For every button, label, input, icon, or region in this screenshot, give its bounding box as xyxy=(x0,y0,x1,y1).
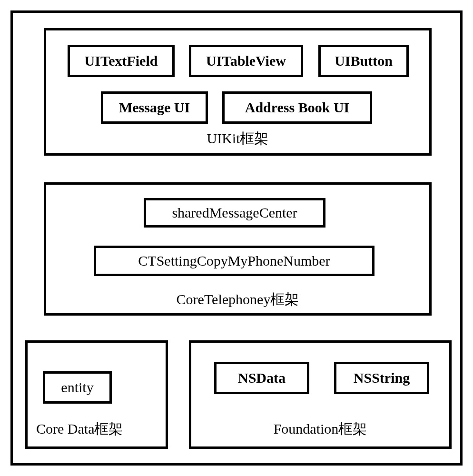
entity-component: entity xyxy=(43,371,112,404)
nsstring-component: NSString xyxy=(334,362,429,394)
uikit-framework-box: UITextField UITableView UIButton Message… xyxy=(44,28,432,156)
uitextfield-component: UITextField xyxy=(68,45,175,77)
coredata-framework-box: entity Core Data框架 xyxy=(25,340,168,449)
foundation-framework-box: NSData NSString Foundation框架 xyxy=(189,340,452,449)
addressbookui-component: Address Book UI xyxy=(222,91,372,124)
sharedmessagecenter-component: sharedMessageCenter xyxy=(144,198,325,228)
uitableview-component: UITableView xyxy=(189,45,303,77)
nsdata-component: NSData xyxy=(214,362,309,394)
foundation-title: Foundation框架 xyxy=(191,419,449,439)
coretelephony-title: CoreTelephoney框架 xyxy=(46,290,429,309)
messageui-component: Message UI xyxy=(101,91,208,124)
diagram-outer-container: UITextField UITableView UIButton Message… xyxy=(10,10,463,466)
uikit-title: UIKit框架 xyxy=(46,129,429,149)
coredata-title: Core Data框架 xyxy=(32,419,166,439)
uibutton-component: UIButton xyxy=(318,45,409,77)
ctsetting-component: CTSettingCopyMyPhoneNumber xyxy=(94,246,374,276)
coretelephony-framework-box: sharedMessageCenter CTSettingCopyMyPhone… xyxy=(44,182,432,316)
